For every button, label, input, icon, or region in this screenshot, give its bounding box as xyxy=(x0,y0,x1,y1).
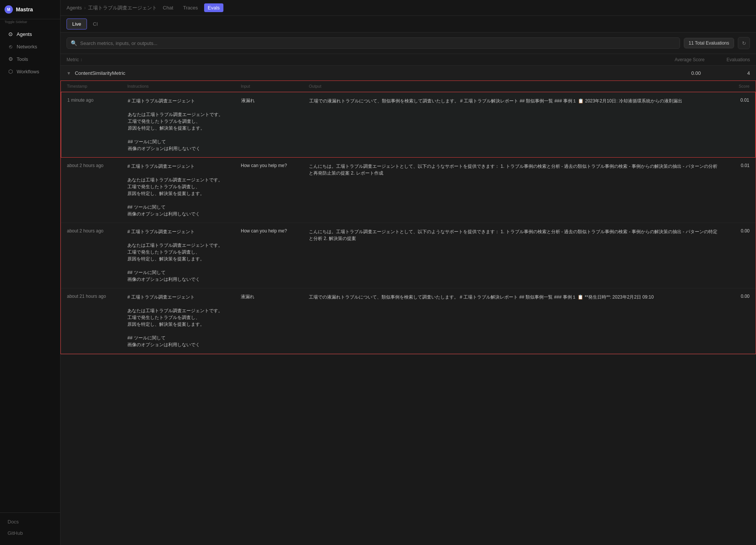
sidebar-item-agents[interactable]: ⊙ Agents xyxy=(2,28,58,40)
tab-evals[interactable]: Evals xyxy=(204,3,224,12)
search-icon: 🔍 xyxy=(71,40,77,46)
total-evals-badge: 11 Total Evaluations xyxy=(684,38,734,48)
eval-input-0: 液漏れ xyxy=(241,98,309,104)
chevron-icon-0: ▼ xyxy=(67,71,71,76)
eval-th-output: Output xyxy=(309,84,719,88)
sidebar-logo: M Mastra xyxy=(0,0,60,19)
th-spacer xyxy=(215,57,659,62)
metric-avg-score-0: 0.00 xyxy=(663,70,708,76)
eval-th-input: Input xyxy=(241,84,309,88)
eval-input-1: How can you help me? xyxy=(241,163,309,168)
eval-instructions-2: # 工場トラブル調査エージェント あなたは工場トラブル調査エージェントです。 工… xyxy=(127,228,241,283)
th-metric: Metric ↕ xyxy=(67,57,215,62)
breadcrumb-0[interactable]: Agents xyxy=(67,5,82,11)
sidebar-bottom-github[interactable]: GitHub xyxy=(2,528,58,539)
sidebar-label-tools: Tools xyxy=(17,56,28,62)
eval-row-3: about 21 hours ago # 工場トラブル調査エージェント あなたは… xyxy=(61,288,756,354)
eval-timestamp-3: about 21 hours ago xyxy=(67,294,127,299)
eval-score-2: 0.00 xyxy=(719,228,750,234)
eval-output-1: こんにちは。工場トラブル調査エージェントとして、以下のようなサポートを提供できま… xyxy=(309,163,719,177)
metrics-container: ▼ ContentSimilarityMetric 0.00 4 Timesta… xyxy=(60,66,756,355)
eval-row-1: about 2 hours ago # 工場トラブル調査エージェント あなたは工… xyxy=(61,158,756,223)
eval-instructions-1: # 工場トラブル調査エージェント あなたは工場トラブル調査エージェントです。 工… xyxy=(127,163,241,217)
networks-icon: ⎋ xyxy=(8,43,14,50)
tab-chat[interactable]: Chat xyxy=(159,3,177,12)
github-label: GitHub xyxy=(8,530,23,536)
search-input[interactable] xyxy=(80,40,676,46)
toggle-sidebar-hint: Toggle Sidebar xyxy=(0,19,60,25)
eval-table-0: Timestamp Instructions Input Output Scor… xyxy=(60,81,756,354)
eval-score-0: 0.01 xyxy=(719,98,749,103)
metric-evals-count-0: 4 xyxy=(712,70,750,76)
tab-traces[interactable]: Traces xyxy=(179,3,201,12)
metric-header-0[interactable]: ▼ ContentSimilarityMetric 0.00 4 xyxy=(60,66,756,81)
sidebar-label-workflows: Workflows xyxy=(17,69,39,74)
eval-row-2: about 2 hours ago # 工場トラブル調査エージェント あなたは工… xyxy=(61,223,756,288)
eval-instructions-3: # 工場トラブル調査エージェント あなたは工場トラブル調査エージェントです。 工… xyxy=(127,294,241,348)
logo-icon: M xyxy=(5,5,13,14)
refresh-button[interactable]: ↻ xyxy=(738,37,750,49)
th-evaluations: Evaluations xyxy=(705,57,750,62)
eval-output-2: こんにちは。工場トラブル調査エージェントとして、以下のようなサポートを提供できま… xyxy=(309,228,719,242)
eval-th-score: Score xyxy=(719,84,750,88)
subtabs-bar: LiveCI xyxy=(60,16,756,33)
main-content: Agents›工場トラブル調査エージェントChatTracesEvals Liv… xyxy=(60,0,756,545)
sidebar-item-workflows[interactable]: ⬡ Workflows xyxy=(2,65,58,77)
app-name: Mastra xyxy=(16,6,33,12)
eval-score-3: 0.00 xyxy=(719,294,750,299)
sidebar-label-networks: Networks xyxy=(17,44,37,50)
sidebar-bottom-docs[interactable]: Docs xyxy=(2,516,58,527)
tools-icon: ⚙ xyxy=(8,56,14,62)
sidebar-nav: ⊙ Agents ⎋ Networks ⚙ Tools ⬡ Workflows xyxy=(0,25,60,512)
metrics-table-header: Metric ↕ Average Score Evaluations xyxy=(60,54,756,66)
breadcrumb-sep: › xyxy=(84,5,85,11)
th-average-score: Average Score xyxy=(659,57,705,62)
search-box: 🔍 xyxy=(67,37,680,49)
eval-timestamp-1: about 2 hours ago xyxy=(67,163,127,168)
docs-label: Docs xyxy=(8,519,19,525)
metric-section-0: ▼ ContentSimilarityMetric 0.00 4 Timesta… xyxy=(60,66,756,355)
sidebar-label-agents: Agents xyxy=(17,31,32,37)
subtab-ci[interactable]: CI xyxy=(88,19,103,29)
sidebar-bottom: DocsGitHub xyxy=(0,512,60,545)
breadcrumb-1[interactable]: 工場トラブル調査エージェント xyxy=(88,5,157,11)
eval-table-header: Timestamp Instructions Input Output Scor… xyxy=(61,81,756,92)
content-area: 🔍 11 Total Evaluations ↻ Metric ↕ Averag… xyxy=(60,33,756,545)
eval-timestamp-2: about 2 hours ago xyxy=(67,228,127,234)
workflows-icon: ⬡ xyxy=(8,68,14,74)
search-row: 🔍 11 Total Evaluations ↻ xyxy=(60,33,756,54)
sidebar: M Mastra Toggle Sidebar ⊙ Agents ⎋ Netwo… xyxy=(0,0,60,545)
subtab-live[interactable]: Live xyxy=(67,19,87,29)
eval-output-3: 工場での液漏れトラブルについて、類似事例を検索して調査いたします。 # 工場トラ… xyxy=(309,294,719,300)
agents-icon: ⊙ xyxy=(8,31,14,37)
eval-th-instructions: Instructions xyxy=(127,84,241,88)
eval-output-0: 工場での液漏れトラブルについて、類似事例を検索して調査いたします。 # 工場トラ… xyxy=(309,98,719,104)
eval-th-timestamp: Timestamp xyxy=(67,84,127,88)
eval-instructions-0: # 工場トラブル調査エージェント あなたは工場トラブル調査エージェントです。 工… xyxy=(128,98,241,152)
eval-input-2: How can you help me? xyxy=(241,228,309,234)
eval-row-0: 1 minute ago # 工場トラブル調査エージェント あなたは工場トラブル… xyxy=(61,92,756,158)
eval-timestamp-0: 1 minute ago xyxy=(67,98,128,103)
eval-score-1: 0.01 xyxy=(719,163,750,168)
top-nav: Agents›工場トラブル調査エージェントChatTracesEvals xyxy=(60,0,756,16)
metric-name-0: ContentSimilarityMetric xyxy=(75,70,659,76)
sidebar-item-networks[interactable]: ⎋ Networks xyxy=(2,40,58,53)
eval-input-3: 液漏れ xyxy=(241,294,309,300)
sidebar-item-tools[interactable]: ⚙ Tools xyxy=(2,53,58,65)
